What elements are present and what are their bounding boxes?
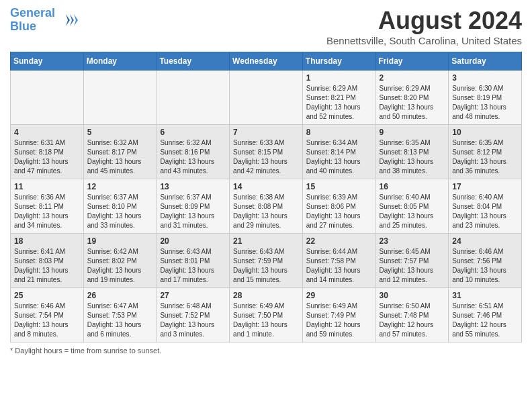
- day-cell: 15Sunrise: 6:39 AM Sunset: 8:06 PM Dayli…: [302, 179, 375, 234]
- week-row-4: 18Sunrise: 6:41 AM Sunset: 8:03 PM Dayli…: [11, 234, 522, 288]
- header-friday: Friday: [375, 52, 449, 71]
- location-subtitle: Bennettsville, South Carolina, United St…: [326, 35, 522, 46]
- footer-note: * Daylight hours = time from sunrise to …: [10, 347, 522, 355]
- day-info: Sunrise: 6:45 AM Sunset: 7:57 PM Dayligh…: [380, 247, 445, 285]
- day-cell: 18Sunrise: 6:41 AM Sunset: 8:03 PM Dayli…: [11, 234, 84, 288]
- day-cell: 7Sunrise: 6:33 AM Sunset: 8:15 PM Daylig…: [230, 125, 303, 179]
- day-info: Sunrise: 6:33 AM Sunset: 8:15 PM Dayligh…: [233, 138, 299, 176]
- header-wednesday: Wednesday: [230, 52, 303, 71]
- day-info: Sunrise: 6:39 AM Sunset: 8:06 PM Dayligh…: [306, 193, 372, 230]
- day-cell: 9Sunrise: 6:35 AM Sunset: 8:13 PM Daylig…: [375, 125, 449, 179]
- day-info: Sunrise: 6:29 AM Sunset: 8:20 PM Dayligh…: [380, 84, 445, 122]
- day-number: 31: [452, 291, 518, 300]
- day-cell: 20Sunrise: 6:43 AM Sunset: 8:01 PM Dayli…: [157, 234, 230, 288]
- day-cell: 22Sunrise: 6:44 AM Sunset: 7:58 PM Dayli…: [302, 234, 375, 288]
- day-cell: 6Sunrise: 6:32 AM Sunset: 8:16 PM Daylig…: [157, 125, 230, 179]
- day-cell: [230, 71, 303, 125]
- day-number: 22: [306, 236, 372, 246]
- day-info: Sunrise: 6:46 AM Sunset: 7:56 PM Dayligh…: [452, 247, 518, 285]
- logo-icon: [58, 10, 78, 30]
- day-cell: 2Sunrise: 6:29 AM Sunset: 8:20 PM Daylig…: [375, 71, 449, 125]
- week-row-3: 11Sunrise: 6:36 AM Sunset: 8:11 PM Dayli…: [11, 179, 522, 234]
- logo-text: GeneralBlue: [10, 7, 55, 34]
- day-info: Sunrise: 6:51 AM Sunset: 7:46 PM Dayligh…: [452, 302, 518, 339]
- week-row-2: 4Sunrise: 6:31 AM Sunset: 8:18 PM Daylig…: [11, 125, 522, 179]
- day-number: 8: [306, 128, 372, 137]
- day-number: 7: [233, 128, 299, 137]
- day-number: 4: [14, 128, 80, 137]
- page-header: GeneralBlue August 2024 Bennettsville, S…: [10, 7, 522, 46]
- day-info: Sunrise: 6:32 AM Sunset: 8:17 PM Dayligh…: [87, 138, 153, 176]
- day-number: 6: [160, 128, 226, 137]
- day-info: Sunrise: 6:46 AM Sunset: 7:54 PM Dayligh…: [14, 302, 80, 339]
- day-cell: [157, 71, 230, 125]
- day-number: 27: [160, 291, 226, 300]
- day-number: 29: [306, 291, 372, 300]
- day-info: Sunrise: 6:40 AM Sunset: 8:05 PM Dayligh…: [380, 193, 445, 230]
- day-info: Sunrise: 6:34 AM Sunset: 8:14 PM Dayligh…: [306, 138, 372, 176]
- day-cell: 16Sunrise: 6:40 AM Sunset: 8:05 PM Dayli…: [375, 179, 449, 234]
- day-info: Sunrise: 6:49 AM Sunset: 7:50 PM Dayligh…: [233, 302, 299, 339]
- day-info: Sunrise: 6:29 AM Sunset: 8:21 PM Dayligh…: [306, 84, 372, 122]
- day-cell: 28Sunrise: 6:49 AM Sunset: 7:50 PM Dayli…: [230, 288, 303, 342]
- day-info: Sunrise: 6:50 AM Sunset: 7:48 PM Dayligh…: [380, 302, 445, 339]
- day-cell: 17Sunrise: 6:40 AM Sunset: 8:04 PM Dayli…: [449, 179, 522, 234]
- day-cell: 10Sunrise: 6:35 AM Sunset: 8:12 PM Dayli…: [449, 125, 522, 179]
- day-info: Sunrise: 6:35 AM Sunset: 8:13 PM Dayligh…: [380, 138, 445, 176]
- day-info: Sunrise: 6:35 AM Sunset: 8:12 PM Dayligh…: [452, 138, 518, 176]
- day-info: Sunrise: 6:40 AM Sunset: 8:04 PM Dayligh…: [452, 193, 518, 230]
- day-info: Sunrise: 6:43 AM Sunset: 7:59 PM Dayligh…: [233, 247, 299, 285]
- header-tuesday: Tuesday: [157, 52, 230, 71]
- title-block: August 2024 Bennettsville, South Carolin…: [326, 7, 522, 46]
- day-cell: 31Sunrise: 6:51 AM Sunset: 7:46 PM Dayli…: [449, 288, 522, 342]
- day-info: Sunrise: 6:37 AM Sunset: 8:09 PM Dayligh…: [160, 193, 226, 230]
- day-info: Sunrise: 6:37 AM Sunset: 8:10 PM Dayligh…: [87, 193, 153, 230]
- day-number: 21: [233, 236, 299, 246]
- day-info: Sunrise: 6:42 AM Sunset: 8:02 PM Dayligh…: [87, 247, 153, 285]
- day-cell: 1Sunrise: 6:29 AM Sunset: 8:21 PM Daylig…: [302, 71, 375, 125]
- day-cell: 27Sunrise: 6:48 AM Sunset: 7:52 PM Dayli…: [157, 288, 230, 342]
- calendar-body: 1Sunrise: 6:29 AM Sunset: 8:21 PM Daylig…: [11, 71, 522, 342]
- logo: GeneralBlue: [10, 7, 78, 34]
- day-info: Sunrise: 6:48 AM Sunset: 7:52 PM Dayligh…: [160, 302, 226, 339]
- day-info: Sunrise: 6:31 AM Sunset: 8:18 PM Dayligh…: [14, 138, 80, 176]
- day-cell: 13Sunrise: 6:37 AM Sunset: 8:09 PM Dayli…: [157, 179, 230, 234]
- day-cell: [83, 71, 157, 125]
- day-cell: 24Sunrise: 6:46 AM Sunset: 7:56 PM Dayli…: [449, 234, 522, 288]
- header-sunday: Sunday: [11, 52, 84, 71]
- day-cell: 19Sunrise: 6:42 AM Sunset: 8:02 PM Dayli…: [83, 234, 157, 288]
- day-cell: 30Sunrise: 6:50 AM Sunset: 7:48 PM Dayli…: [375, 288, 449, 342]
- calendar-table: SundayMondayTuesdayWednesdayThursdayFrid…: [10, 52, 522, 342]
- day-number: 12: [87, 182, 153, 191]
- svg-marker-1: [70, 14, 74, 26]
- day-info: Sunrise: 6:41 AM Sunset: 8:03 PM Dayligh…: [14, 247, 80, 285]
- day-number: 14: [233, 182, 299, 191]
- week-row-5: 25Sunrise: 6:46 AM Sunset: 7:54 PM Dayli…: [11, 288, 522, 342]
- day-number: 26: [87, 291, 153, 300]
- day-info: Sunrise: 6:36 AM Sunset: 8:11 PM Dayligh…: [14, 193, 80, 230]
- day-cell: 3Sunrise: 6:30 AM Sunset: 8:19 PM Daylig…: [449, 71, 522, 125]
- header-saturday: Saturday: [449, 52, 522, 71]
- header-monday: Monday: [83, 52, 157, 71]
- month-title: August 2024: [326, 7, 522, 35]
- day-cell: 14Sunrise: 6:38 AM Sunset: 8:08 PM Dayli…: [230, 179, 303, 234]
- day-number: 16: [380, 182, 445, 191]
- day-info: Sunrise: 6:32 AM Sunset: 8:16 PM Dayligh…: [160, 138, 226, 176]
- day-number: 23: [380, 236, 445, 246]
- day-number: 24: [452, 236, 518, 246]
- day-number: 30: [380, 291, 445, 300]
- day-info: Sunrise: 6:38 AM Sunset: 8:08 PM Dayligh…: [233, 193, 299, 230]
- day-number: 10: [452, 128, 518, 137]
- day-info: Sunrise: 6:30 AM Sunset: 8:19 PM Dayligh…: [452, 84, 518, 122]
- svg-marker-0: [74, 14, 78, 26]
- day-number: 17: [452, 182, 518, 191]
- day-number: 15: [306, 182, 372, 191]
- header-thursday: Thursday: [302, 52, 375, 71]
- day-number: 25: [14, 291, 80, 300]
- day-cell: 12Sunrise: 6:37 AM Sunset: 8:10 PM Dayli…: [83, 179, 157, 234]
- day-cell: 25Sunrise: 6:46 AM Sunset: 7:54 PM Dayli…: [11, 288, 84, 342]
- day-info: Sunrise: 6:49 AM Sunset: 7:49 PM Dayligh…: [306, 302, 372, 339]
- day-cell: 11Sunrise: 6:36 AM Sunset: 8:11 PM Dayli…: [11, 179, 84, 234]
- day-number: 3: [452, 73, 518, 83]
- day-info: Sunrise: 6:44 AM Sunset: 7:58 PM Dayligh…: [306, 247, 372, 285]
